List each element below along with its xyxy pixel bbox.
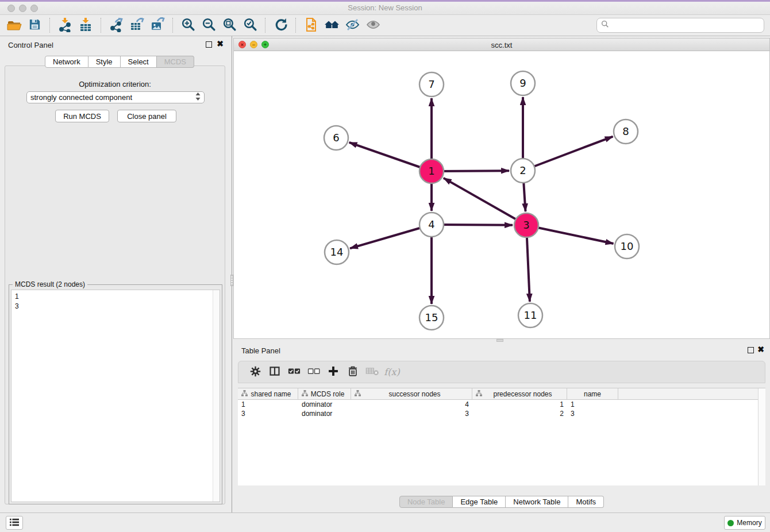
- column-header-name[interactable]: name: [567, 388, 618, 400]
- table-body: 1dominator4113dominator323: [238, 400, 765, 418]
- table-cell[interactable]: 1: [472, 400, 567, 409]
- graph-edge-2-8[interactable]: [523, 137, 613, 171]
- zoom-selected-button[interactable]: [240, 16, 260, 34]
- function-icon: f(x): [384, 367, 399, 377]
- table-scrollbar[interactable]: [758, 388, 765, 485]
- status-bar: Memory: [0, 512, 770, 532]
- table-row[interactable]: 3dominator323: [238, 409, 765, 418]
- graph-node-label-15: 15: [425, 311, 438, 323]
- open-folder-icon: [6, 18, 22, 33]
- delete-columns-button[interactable]: [343, 363, 363, 381]
- graph-node-label-7: 7: [428, 78, 434, 90]
- close-panel-button[interactable]: Close panel: [117, 110, 176, 122]
- hide-graphics-details-button[interactable]: [342, 16, 363, 34]
- graph-edge-1-6[interactable]: [349, 142, 432, 171]
- list-icon: [9, 518, 20, 529]
- import-table-button[interactable]: [75, 16, 96, 34]
- table-tab-network-table[interactable]: Network Table: [506, 496, 568, 508]
- toolbar-separator: [265, 18, 265, 33]
- float-panel-icon[interactable]: [206, 41, 212, 48]
- reset-view-button[interactable]: [321, 16, 342, 34]
- import-network-button[interactable]: [55, 16, 75, 34]
- table-tab-edge-table[interactable]: Edge Table: [453, 496, 506, 508]
- zoom-in-button[interactable]: [178, 16, 198, 34]
- table-panel-tabs: Node TableEdge TableNetwork TableMotifs: [233, 496, 770, 508]
- gear-icon: [250, 366, 261, 379]
- export-image-button[interactable]: [147, 16, 168, 34]
- table-tab-node-table[interactable]: Node Table: [399, 496, 453, 508]
- deselect-all-button[interactable]: [304, 363, 324, 381]
- open-session-button[interactable]: [3, 16, 24, 34]
- task-history-button[interactable]: [6, 516, 23, 530]
- control-panel-header: Control Panel ✖: [0, 36, 230, 53]
- graph-node-label-8: 8: [622, 125, 629, 137]
- save-session-button[interactable]: [24, 16, 45, 34]
- table-cell[interactable]: dominator: [298, 400, 351, 409]
- show-graphics-details-button[interactable]: [363, 16, 383, 34]
- table-row[interactable]: 1dominator411: [238, 400, 765, 409]
- table-cell[interactable]: 3: [351, 409, 472, 418]
- add-column-button[interactable]: [324, 363, 343, 381]
- criterion-value: strongly connected component: [30, 93, 195, 102]
- memory-button[interactable]: Memory: [724, 516, 765, 530]
- table-tab-motifs[interactable]: Motifs: [568, 496, 604, 508]
- column-header-MCDS-role[interactable]: MCDS role: [298, 388, 351, 400]
- table-cell[interactable]: 1: [238, 400, 298, 409]
- optimization-criterion-label: Optimization criterion:: [5, 80, 225, 88]
- control-tab-mcds[interactable]: MCDS: [157, 56, 194, 68]
- graph-node-label-3: 3: [523, 219, 529, 231]
- mcds-result-textarea[interactable]: 13: [11, 290, 220, 502]
- table-panel-header: Table Panel ✖: [233, 342, 770, 359]
- show-hide-columns-button[interactable]: [265, 363, 284, 381]
- export-table-button[interactable]: [126, 16, 147, 34]
- toolbar-separator: [49, 18, 50, 33]
- table-options-gear-button[interactable]: [245, 363, 265, 381]
- function-builder-button[interactable]: f(x): [382, 363, 402, 381]
- hierarchy-icon: [355, 390, 361, 398]
- control-tab-style[interactable]: Style: [88, 56, 121, 68]
- export-network-button[interactable]: [106, 16, 126, 34]
- graph-edge-3-1[interactable]: [444, 178, 526, 225]
- graph-edge-3-10[interactable]: [526, 225, 614, 244]
- select-stepper-icon: [195, 92, 201, 102]
- table-cell[interactable]: 3: [238, 409, 298, 418]
- search-input[interactable]: [612, 21, 764, 30]
- column-label: shared name: [248, 390, 298, 398]
- refresh-view-button[interactable]: [270, 16, 291, 34]
- table-cell[interactable]: dominator: [298, 409, 351, 418]
- select-all-button[interactable]: [284, 363, 304, 381]
- search-icon: [601, 20, 609, 30]
- network-canvas[interactable]: 1234678910111415: [234, 51, 769, 338]
- result-scrollbar[interactable]: [213, 290, 220, 502]
- table-header-row: shared nameMCDS rolesuccessor nodesprede…: [238, 388, 765, 400]
- delete-table-button[interactable]: [363, 363, 382, 381]
- close-panel-icon[interactable]: ✖: [217, 40, 224, 48]
- control-tab-select[interactable]: Select: [121, 56, 157, 68]
- column-header-successor-nodes[interactable]: successor nodes: [351, 388, 472, 400]
- graph-node-label-10: 10: [621, 240, 634, 252]
- run-mcds-button[interactable]: Run MCDS: [55, 110, 109, 122]
- table-cell[interactable]: 2: [472, 409, 567, 418]
- zoom-out-button[interactable]: [198, 16, 219, 34]
- export-table-icon: [129, 17, 144, 34]
- close-panel-icon[interactable]: ✖: [757, 345, 764, 353]
- table-cell[interactable]: 4: [351, 400, 472, 409]
- search-field[interactable]: [596, 18, 764, 33]
- table-cell[interactable]: 3: [567, 409, 618, 418]
- unchecked-boxes-icon: [307, 366, 320, 378]
- optimization-criterion-select[interactable]: strongly connected component: [26, 91, 205, 103]
- table-cell[interactable]: 1: [567, 400, 618, 409]
- column-header-shared-name[interactable]: shared name: [238, 388, 298, 400]
- delete-table-icon: [365, 365, 379, 379]
- control-tab-network[interactable]: Network: [45, 56, 88, 68]
- zoom-fit-button[interactable]: [219, 16, 240, 34]
- network-from-file-button[interactable]: [301, 16, 321, 34]
- network-window-title: scc.txt: [234, 41, 769, 49]
- hierarchy-icon: [476, 390, 482, 398]
- window-titlebar: Session: New Session: [0, 0, 770, 15]
- float-panel-icon[interactable]: [748, 347, 754, 353]
- homes-icon: [324, 18, 340, 33]
- zoom-out-icon: [202, 17, 216, 33]
- zoom-fit-icon: [222, 17, 237, 33]
- column-header-predecessor-nodes[interactable]: predecessor nodes: [472, 388, 567, 400]
